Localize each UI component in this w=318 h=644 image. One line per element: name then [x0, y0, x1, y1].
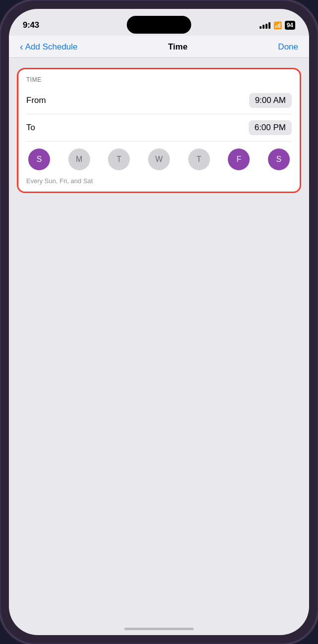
phone-frame: 9:43 📶 94 ‹ Add Schedule Time — [0, 0, 318, 644]
day-button-3[interactable]: W — [148, 149, 170, 170]
back-button[interactable]: ‹ Add Schedule — [20, 42, 78, 52]
chevron-left-icon: ‹ — [20, 41, 23, 52]
dynamic-island — [127, 16, 191, 34]
section-header: TIME — [26, 69, 292, 87]
page-title: Time — [168, 42, 187, 52]
home-indicator — [124, 628, 194, 630]
day-button-0[interactable]: S — [28, 149, 50, 170]
signal-bar-1 — [260, 26, 262, 29]
signal-bar-3 — [265, 24, 267, 29]
wifi-icon: 📶 — [273, 21, 282, 29]
day-button-5[interactable]: F — [228, 149, 250, 170]
battery-container: 94 — [285, 21, 295, 30]
signal-bar-2 — [263, 25, 265, 29]
day-button-4[interactable]: T — [188, 149, 210, 170]
nav-bar: ‹ Add Schedule Time Done — [9, 36, 309, 58]
day-button-6[interactable]: S — [268, 149, 290, 170]
done-button[interactable]: Done — [278, 42, 298, 52]
to-row: To 6:00 PM — [26, 114, 292, 142]
status-bar: 9:43 📶 94 — [9, 9, 309, 36]
from-label: From — [26, 96, 46, 105]
battery-level: 94 — [285, 21, 295, 30]
day-button-1[interactable]: M — [68, 149, 90, 170]
day-button-2[interactable]: T — [108, 149, 130, 170]
signal-bars-icon — [260, 22, 270, 29]
from-value[interactable]: 9:00 AM — [249, 93, 292, 108]
phone-screen: 9:43 📶 94 ‹ Add Schedule Time — [9, 9, 309, 635]
back-label: Add Schedule — [25, 42, 78, 52]
signal-bar-4 — [268, 22, 270, 29]
status-right: 📶 94 — [260, 21, 295, 30]
status-time: 9:43 — [23, 20, 39, 30]
time-card: TIME From 9:00 AM To 6:00 PM SMTWTFS Eve… — [17, 68, 301, 193]
content-area: TIME From 9:00 AM To 6:00 PM SMTWTFS Eve… — [9, 58, 309, 203]
from-row: From 9:00 AM — [26, 87, 292, 114]
to-label: To — [26, 123, 35, 133]
days-row: SMTWTFS — [26, 142, 292, 177]
schedule-summary: Every Sun, Fri, and Sat — [26, 177, 292, 192]
to-value[interactable]: 6:00 PM — [249, 120, 292, 135]
